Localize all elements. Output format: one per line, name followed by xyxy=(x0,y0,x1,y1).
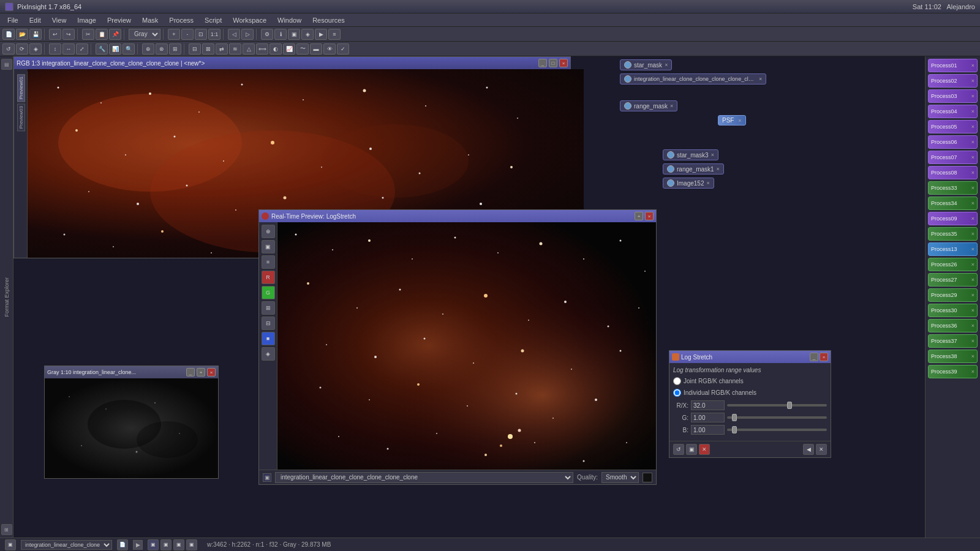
rtp-tool-4[interactable]: ⊞ xyxy=(262,301,275,315)
tb2-align[interactable]: ⊞ xyxy=(169,43,181,54)
status-view-4[interactable]: ▣ xyxy=(186,539,197,550)
tb2-merge[interactable]: ⊕ xyxy=(142,43,154,54)
menu-process[interactable]: Process xyxy=(164,15,198,25)
image152-close[interactable]: × xyxy=(706,180,709,186)
gray-preview-maximize[interactable]: + xyxy=(197,368,205,377)
ls-b-slider[interactable] xyxy=(727,429,827,431)
process-item-38[interactable]: Process38 × xyxy=(928,350,978,363)
tb2-levels[interactable]: ▬ xyxy=(310,43,322,54)
tb2-convert[interactable]: ⇄ xyxy=(216,43,228,54)
tb-settings[interactable]: ⚙ xyxy=(261,29,273,40)
tb-zoom-in[interactable]: + xyxy=(168,29,180,40)
status-view-1[interactable]: ▣ xyxy=(148,539,159,550)
tb2-3[interactable]: ◈ xyxy=(29,43,42,54)
process-39-close[interactable]: × xyxy=(971,369,974,375)
tb2-extract[interactable]: ⊟ xyxy=(189,43,201,54)
tb2-stretch[interactable]: ⟺ xyxy=(256,43,268,54)
float-star-mask3[interactable]: star_mask3 × xyxy=(663,149,718,160)
gray-preview-minimize[interactable]: _ xyxy=(186,368,195,377)
tb2-preview[interactable]: 👁 xyxy=(323,43,336,54)
process-item-37[interactable]: Process37 × xyxy=(928,334,978,348)
process-item-03[interactable]: Process03 × xyxy=(928,89,978,103)
process-item-35[interactable]: Process35 × xyxy=(928,227,978,241)
ls-g-thumb[interactable] xyxy=(732,414,737,421)
tb2-4[interactable]: ↕ xyxy=(49,43,61,54)
tb-open[interactable]: 📂 xyxy=(16,29,28,40)
quality-select[interactable]: Smooth Fast xyxy=(601,472,639,483)
tb-new[interactable]: 📄 xyxy=(2,29,15,40)
menu-script[interactable]: Script xyxy=(200,15,227,25)
ls-titlebar[interactable]: Log Stretch _ × xyxy=(669,351,831,363)
rtp-status-icon[interactable]: ▣ xyxy=(263,473,271,482)
tb2-sharpen[interactable]: △ xyxy=(243,43,255,54)
status-play-btn[interactable]: ▶ xyxy=(133,540,143,550)
tb2-hist[interactable]: 📈 xyxy=(283,43,295,54)
process-36-close[interactable]: × xyxy=(971,323,974,329)
ls-btn-close2[interactable]: ✕ xyxy=(816,444,827,455)
process-item-36[interactable]: Process36 × xyxy=(928,319,978,332)
process-27-close[interactable]: × xyxy=(971,277,974,283)
rtp-tool-green[interactable]: G xyxy=(262,286,275,299)
tb-redo[interactable]: ↪ xyxy=(62,29,75,40)
left-icon-2[interactable]: ⊞ xyxy=(1,524,12,535)
status-view-2[interactable]: ▣ xyxy=(160,539,172,550)
rtp-tool-6[interactable]: ◈ xyxy=(262,347,275,361)
ls-b-thumb[interactable] xyxy=(732,426,737,433)
menu-workspace[interactable]: Workspace xyxy=(228,15,271,25)
menu-edit[interactable]: Edit xyxy=(24,15,46,25)
ls-rx-slider[interactable] xyxy=(727,404,827,407)
ls-close[interactable]: × xyxy=(820,353,828,361)
process-04-close[interactable]: × xyxy=(971,108,974,114)
process-item-06[interactable]: Process06 × xyxy=(928,135,978,149)
process-item-29[interactable]: Process29 × xyxy=(928,288,978,302)
tb-zoom-1[interactable]: 1:1 xyxy=(208,29,221,40)
rtp-titlebar[interactable]: Real-Time Preview: LogStretch + × xyxy=(259,210,656,222)
menu-resources[interactable]: Resources xyxy=(307,15,350,25)
range-mask-close[interactable]: × xyxy=(670,103,673,109)
process-item-04[interactable]: Process04 × xyxy=(928,105,978,118)
status-icon-1[interactable]: ▣ xyxy=(5,539,16,550)
tb-zoom-fit[interactable]: ⊡ xyxy=(195,29,207,40)
rtp-tool-1[interactable]: ⊕ xyxy=(262,225,275,238)
process-08-close[interactable]: × xyxy=(971,170,974,176)
tb2-9[interactable]: 🔍 xyxy=(123,43,135,54)
ls-g-input[interactable] xyxy=(691,413,725,422)
process-07-close[interactable]: × xyxy=(971,154,974,160)
process-09-close[interactable]: × xyxy=(971,216,974,222)
tb-undo[interactable]: ↩ xyxy=(49,29,61,40)
process-02-close[interactable]: × xyxy=(971,78,974,84)
tb2-combine[interactable]: ⊠ xyxy=(202,43,214,54)
process-03-close[interactable]: × xyxy=(971,93,974,99)
ls-btn-apply[interactable]: ◀ xyxy=(803,444,814,455)
tb2-2[interactable]: ⟳ xyxy=(16,43,28,54)
rtp-tool-3[interactable]: ≡ xyxy=(262,255,275,269)
process-item-26[interactable]: Process26 × xyxy=(928,258,978,271)
ls-g-slider[interactable] xyxy=(727,416,827,419)
menu-image[interactable]: Image xyxy=(72,15,101,25)
rtp-tool-5[interactable]: ⊟ xyxy=(262,317,275,330)
process-item-30[interactable]: Process30 × xyxy=(928,304,978,317)
preview01-close[interactable]: × xyxy=(559,59,568,67)
tb-zoom-out[interactable]: - xyxy=(181,29,194,40)
gray-preview-close[interactable]: × xyxy=(207,368,216,377)
tb2-8[interactable]: 📊 xyxy=(109,43,121,54)
tb2-1[interactable]: ↺ xyxy=(2,43,15,54)
gray-preview-titlebar[interactable]: Gray 1:10 integration_linear_clone... _ … xyxy=(45,366,218,378)
process-item-02[interactable]: Process02 × xyxy=(928,74,978,88)
tb2-7[interactable]: 🔧 xyxy=(96,43,108,54)
ls-radio-individual[interactable] xyxy=(673,389,681,397)
tb-mask[interactable]: ◈ xyxy=(301,29,314,40)
status-file-select[interactable]: integration_linear_clone_clone xyxy=(21,540,112,550)
rtp-color-swatch[interactable] xyxy=(643,473,652,482)
menu-mask[interactable]: Mask xyxy=(137,15,163,25)
tb2-5[interactable]: ↔ xyxy=(62,43,75,54)
process-item-39[interactable]: Process39 × xyxy=(928,365,978,378)
menu-file[interactable]: File xyxy=(2,15,23,25)
ls-b-input[interactable] xyxy=(691,425,725,435)
rtp-tool-red[interactable]: R xyxy=(262,271,275,284)
menu-preview[interactable]: Preview xyxy=(102,15,136,25)
process-item-27[interactable]: Process27 × xyxy=(928,273,978,287)
tb-script[interactable]: ≡ xyxy=(328,29,341,40)
process-item-08[interactable]: Process08 × xyxy=(928,166,978,179)
tb2-split[interactable]: ⊗ xyxy=(156,43,168,54)
